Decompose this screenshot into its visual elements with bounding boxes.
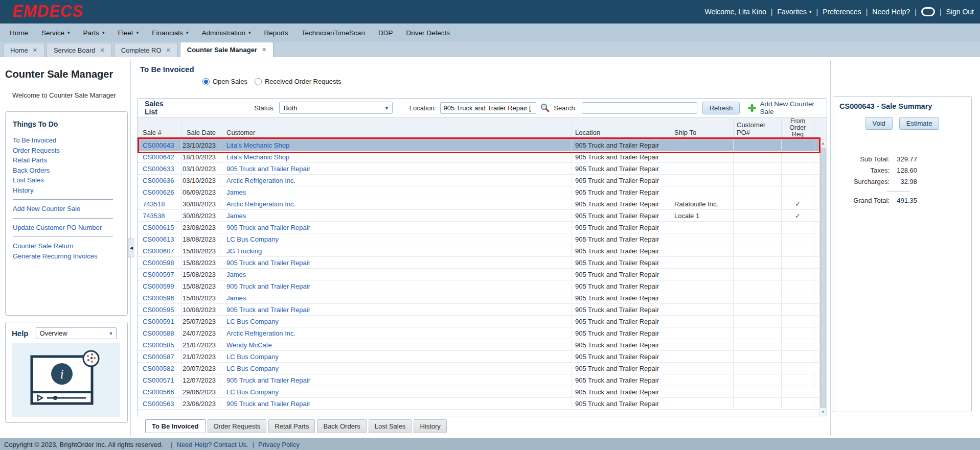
customer-link[interactable]: 905 Truck and Trailer Repair xyxy=(219,222,572,233)
tab-home[interactable]: Home✕ xyxy=(3,43,44,57)
menu-item-driver-defects[interactable]: Driver Defects xyxy=(399,23,457,42)
sale-number-link[interactable]: 743518 xyxy=(138,198,181,209)
preferences-link[interactable]: Preferences xyxy=(823,8,861,16)
table-row[interactable]: CS00064323/10/2023Lita's Mechanic Shop90… xyxy=(138,139,827,151)
sidebar-link-update-customer-po-number[interactable]: Update Customer PO Number xyxy=(13,223,120,233)
bottom-tab-lost-sales[interactable]: Lost Sales xyxy=(369,419,412,433)
sale-number-link[interactable]: CS000636 xyxy=(138,175,181,186)
radio-open-sales[interactable]: Open Sales xyxy=(202,78,247,85)
bottom-tab-to-be-invoiced[interactable]: To Be Invoiced xyxy=(145,419,206,433)
customer-link[interactable]: James xyxy=(219,292,572,303)
sale-number-link[interactable]: CS000582 xyxy=(138,363,181,374)
column-header-sale[interactable]: Sale # xyxy=(138,117,181,139)
bottom-tab-history[interactable]: History xyxy=(414,419,446,433)
tab-counter-sale-manager[interactable]: Counter Sale Manager✕ xyxy=(180,42,274,57)
customer-link[interactable]: LC Bus Company xyxy=(219,363,572,374)
sidebar-link-generate-recurring-invoices[interactable]: Generate Recurring Invoices xyxy=(13,251,120,262)
sale-number-link[interactable]: CS000599 xyxy=(138,280,181,292)
search-input[interactable] xyxy=(582,102,697,114)
scrollbar-thumb[interactable] xyxy=(820,148,826,408)
customer-link[interactable]: 905 Truck and Trailer Repair xyxy=(219,163,572,174)
sale-number-link[interactable]: CS000598 xyxy=(138,257,181,268)
emdecs-logo[interactable]: EMDECS xyxy=(12,2,83,21)
sidebar-link-retail-parts[interactable]: Retail Parts xyxy=(13,155,120,165)
customer-link[interactable]: Arctic Refrigeration Inc. xyxy=(219,175,572,186)
sale-number-link[interactable]: CS000588 xyxy=(138,327,181,339)
radio-received-order-requests[interactable]: Received Order Requests xyxy=(255,78,341,85)
customer-link[interactable]: James xyxy=(219,210,572,221)
customer-link[interactable]: 905 Truck and Trailer Repair xyxy=(219,257,572,268)
sidebar-link-to-be-invoiced[interactable]: To Be Invoiced xyxy=(13,135,120,146)
tab-service-board[interactable]: Service Board✕ xyxy=(47,43,112,57)
privacy-policy-link[interactable]: Privacy Policy xyxy=(258,441,300,448)
sale-number-link[interactable]: CS000597 xyxy=(138,269,181,280)
sale-number-link[interactable]: CS000613 xyxy=(138,233,181,245)
customer-link[interactable]: LC Bus Company xyxy=(219,351,572,362)
menu-item-reports[interactable]: Reports xyxy=(258,23,295,42)
sale-number-link[interactable]: CS000585 xyxy=(138,339,181,350)
table-row[interactable]: CS00056629/06/2023LC Bus Company905 Truc… xyxy=(138,386,827,398)
customer-link[interactable]: 905 Truck and Trailer Repair xyxy=(219,280,572,292)
contact-us-link[interactable]: Need Help? Contact Us. xyxy=(177,441,248,448)
help-video-thumbnail[interactable]: i xyxy=(12,343,120,417)
sidebar-link-counter-sale-return[interactable]: Counter Sale Return xyxy=(13,241,120,251)
sale-number-link[interactable]: CS000596 xyxy=(138,292,181,303)
sale-number-link[interactable]: CS000591 xyxy=(138,316,181,327)
table-row[interactable]: CS00057112/07/2023905 Truck and Trailer … xyxy=(138,374,827,386)
refresh-button[interactable]: Refresh xyxy=(702,102,740,114)
need-help-link[interactable]: Need Help? xyxy=(872,8,910,16)
customer-link[interactable]: 905 Truck and Trailer Repair xyxy=(219,304,572,315)
status-select[interactable]: Both ▾ xyxy=(279,102,393,114)
estimate-button[interactable]: Estimate xyxy=(899,117,940,130)
table-row[interactable]: CS00058721/07/2023LC Bus Company905 Truc… xyxy=(138,351,827,363)
menu-item-techniciantimescan[interactable]: TechnicianTimeScan xyxy=(295,23,372,42)
menu-item-home[interactable]: Home xyxy=(3,23,35,42)
sale-number-link[interactable]: CS000615 xyxy=(138,222,181,233)
customer-link[interactable]: James xyxy=(219,269,572,280)
add-new-counter-sale-button[interactable]: Add New Counter Sale xyxy=(748,100,827,115)
customer-link[interactable]: Lita's Mechanic Shop xyxy=(219,151,572,162)
customer-link[interactable]: Wendy McCafe xyxy=(219,339,572,350)
sidebar-collapse-handle[interactable]: ◀ xyxy=(128,239,134,257)
table-row[interactable]: CS00058521/07/2023Wendy McCafe905 Truck … xyxy=(138,339,827,351)
close-icon[interactable]: ✕ xyxy=(262,46,266,53)
location-input[interactable] xyxy=(440,102,536,114)
table-row[interactable]: CS00058824/07/2023Arctic Refrigeration I… xyxy=(138,327,827,339)
column-header-sale-date[interactable]: Sale Date xyxy=(181,117,219,139)
close-icon[interactable]: ✕ xyxy=(33,47,37,54)
customer-link[interactable]: 905 Truck and Trailer Repair xyxy=(219,374,572,386)
customer-link[interactable]: LC Bus Company xyxy=(219,316,572,327)
table-row[interactable]: CS00059510/08/2023905 Truck and Trailer … xyxy=(138,304,827,316)
column-header-from-order-req[interactable]: From Order Req xyxy=(782,117,814,139)
menu-item-administration[interactable]: Administration▾ xyxy=(195,23,257,42)
menu-item-parts[interactable]: Parts▾ xyxy=(77,23,111,42)
sale-number-link[interactable]: CS000566 xyxy=(138,386,181,397)
customer-link[interactable]: LC Bus Company xyxy=(219,386,572,397)
column-header-customer-po[interactable]: Customer PO# xyxy=(734,117,782,139)
menu-item-fleet[interactable]: Fleet▾ xyxy=(111,23,146,42)
menu-item-ddp[interactable]: DDP xyxy=(372,23,400,42)
customer-link[interactable]: LC Bus Company xyxy=(219,233,572,245)
table-row[interactable]: CS00059615/08/2023James905 Truck and Tra… xyxy=(138,292,827,304)
bottom-tab-back-orders[interactable]: Back Orders xyxy=(317,419,366,433)
sidebar-link-back-orders[interactable]: Back Orders xyxy=(13,165,120,176)
table-row[interactable]: CS00060715/08/2023JG Trucking905 Truck a… xyxy=(138,245,827,257)
customer-link[interactable]: James xyxy=(219,186,572,198)
sale-number-link[interactable]: CS000643 xyxy=(138,139,181,151)
table-row[interactable]: CS00063603/10/2023Arctic Refrigeration I… xyxy=(138,175,827,186)
table-row[interactable]: CS00061523/08/2023905 Truck and Trailer … xyxy=(138,222,827,233)
table-row[interactable]: CS00062606/09/2023James905 Truck and Tra… xyxy=(138,186,827,198)
table-row[interactable]: CS00058220/07/2023LC Bus Company905 Truc… xyxy=(138,363,827,374)
sale-number-link[interactable]: CS000633 xyxy=(138,163,181,174)
sidebar-link-history[interactable]: History xyxy=(13,185,120,196)
customer-link[interactable]: Lita's Mechanic Shop xyxy=(219,139,572,151)
search-icon[interactable] xyxy=(540,103,550,113)
table-row[interactable]: 74353830/08/2023James905 Truck and Trail… xyxy=(138,210,827,222)
sale-number-link[interactable]: CS000626 xyxy=(138,186,181,198)
bottom-tab-retail-parts[interactable]: Retail Parts xyxy=(268,419,315,433)
favorites-menu[interactable]: Favorites▾ xyxy=(777,8,811,16)
menu-item-financials[interactable]: Financials▾ xyxy=(145,23,195,42)
table-row[interactable]: CS00059815/08/2023905 Truck and Trailer … xyxy=(138,257,827,269)
customer-link[interactable]: 905 Truck and Trailer Repair xyxy=(219,398,572,409)
table-row[interactable]: CS00064218/10/2023Lita's Mechanic Shop90… xyxy=(138,151,827,163)
